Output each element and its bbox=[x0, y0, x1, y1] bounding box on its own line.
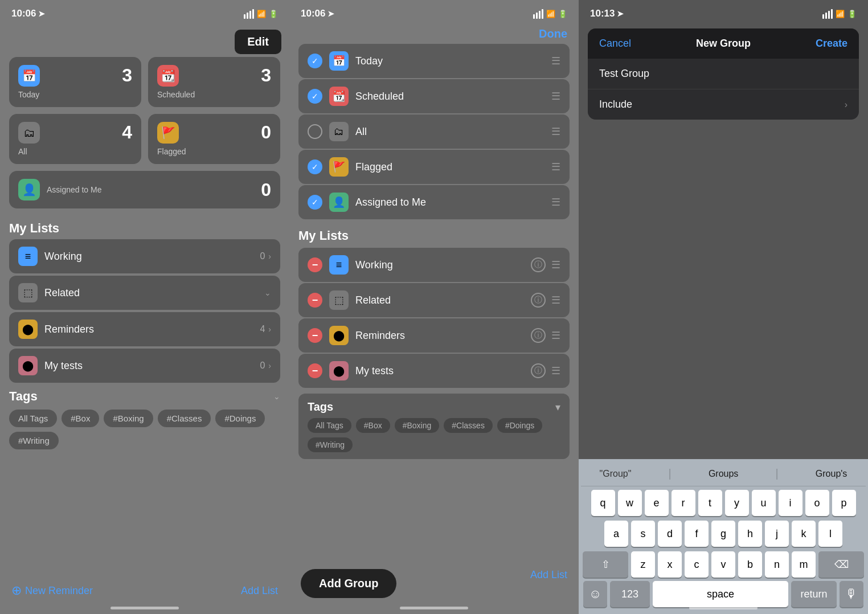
reminders-chevron: › bbox=[268, 325, 271, 334]
autocomplete-1[interactable]: Groups bbox=[709, 469, 738, 479]
key-z[interactable]: z bbox=[631, 551, 655, 578]
key-123[interactable]: 123 bbox=[610, 581, 650, 607]
key-e[interactable]: e bbox=[645, 490, 669, 516]
p2-list-working[interactable]: − ≡ Working ⓘ ☰ bbox=[298, 248, 570, 282]
tag-classes[interactable]: #Classes bbox=[158, 410, 211, 427]
minus-reminders[interactable]: − bbox=[308, 328, 322, 343]
all-label: All bbox=[18, 147, 132, 156]
p2-related-name: Related bbox=[355, 294, 531, 306]
new-reminder-button[interactable]: ⊕ New Reminder bbox=[11, 583, 93, 598]
key-w[interactable]: w bbox=[618, 490, 642, 516]
p2-tag-boxing[interactable]: #Boxing bbox=[395, 418, 440, 433]
key-k[interactable]: k bbox=[792, 521, 816, 547]
tag-all-tags[interactable]: All Tags bbox=[9, 410, 57, 427]
key-b[interactable]: b bbox=[738, 551, 762, 578]
tag-boxing[interactable]: #Boxing bbox=[104, 410, 153, 427]
list-item-related[interactable]: ⬚ Related ⌄ bbox=[9, 276, 280, 310]
key-t[interactable]: t bbox=[698, 490, 722, 516]
tags-expand-icon[interactable]: ⌄ bbox=[273, 392, 280, 401]
cancel-button[interactable]: Cancel bbox=[599, 38, 631, 50]
key-p[interactable]: p bbox=[832, 490, 856, 516]
list-item-reminders[interactable]: ⬤ Reminders 4 › bbox=[9, 312, 280, 346]
tag-writing[interactable]: #Writing bbox=[9, 432, 59, 449]
key-v[interactable]: v bbox=[711, 551, 735, 578]
p2-row-flagged[interactable]: ✓ 🚩 Flagged ☰ bbox=[298, 150, 570, 184]
p2-row-scheduled[interactable]: ✓ 📆 Scheduled ☰ bbox=[298, 79, 570, 113]
key-return[interactable]: return bbox=[791, 581, 837, 607]
p2-row-assigned[interactable]: ✓ 👤 Assigned to Me ☰ bbox=[298, 185, 570, 219]
minus-working[interactable]: − bbox=[308, 257, 322, 272]
info-working[interactable]: ⓘ bbox=[531, 257, 546, 272]
key-l[interactable]: l bbox=[818, 521, 842, 547]
key-r[interactable]: r bbox=[672, 490, 695, 516]
key-o[interactable]: o bbox=[805, 490, 829, 516]
smart-card-all[interactable]: 🗂 4 All bbox=[9, 114, 141, 164]
key-i[interactable]: i bbox=[779, 490, 803, 516]
p2-mytests-icon: ⬤ bbox=[329, 361, 349, 380]
minus-mytests[interactable]: − bbox=[308, 363, 322, 378]
key-m[interactable]: m bbox=[792, 551, 816, 578]
p2-tag-doings[interactable]: #Doings bbox=[497, 418, 542, 433]
key-s[interactable]: s bbox=[631, 521, 655, 547]
add-group-button[interactable]: Add Group bbox=[301, 569, 396, 598]
reminders-name: Reminders bbox=[44, 324, 260, 335]
assigned-card[interactable]: 👤 Assigned to Me 0 bbox=[9, 171, 280, 208]
create-button[interactable]: Create bbox=[816, 38, 847, 50]
include-row[interactable]: Include › bbox=[588, 89, 859, 120]
p2-tags-expand[interactable]: ▾ bbox=[555, 401, 560, 414]
check-assigned: ✓ bbox=[308, 195, 322, 210]
list-item-mytests[interactable]: ⬤ My tests 0 › bbox=[9, 349, 280, 383]
key-space[interactable]: space bbox=[653, 581, 788, 607]
add-list-button-1[interactable]: Add List bbox=[241, 585, 278, 597]
p2-tag-writing[interactable]: #Writing bbox=[308, 437, 353, 452]
p2-today-icon: 📅 bbox=[329, 51, 349, 71]
key-y[interactable]: y bbox=[725, 490, 749, 516]
today-count: 3 bbox=[122, 65, 132, 86]
smart-card-scheduled[interactable]: 📆 3 Scheduled bbox=[148, 57, 280, 107]
flagged-count: 0 bbox=[261, 122, 271, 143]
smart-card-flagged[interactable]: 🚩 0 Flagged bbox=[148, 114, 280, 164]
key-j[interactable]: j bbox=[765, 521, 789, 547]
p2-row-today[interactable]: ✓ 📅 Today ☰ bbox=[298, 44, 570, 78]
p2-tag-classes[interactable]: #Classes bbox=[444, 418, 493, 433]
tag-box[interactable]: #Box bbox=[62, 410, 99, 427]
p2-tag-all[interactable]: All Tags bbox=[308, 418, 351, 433]
key-x[interactable]: x bbox=[658, 551, 682, 578]
p2-list-reminders[interactable]: − ⬤ Reminders ⓘ ☰ bbox=[298, 318, 570, 353]
done-button[interactable]: Done bbox=[539, 27, 567, 40]
edit-button[interactable]: Edit bbox=[235, 30, 281, 54]
list-item-working[interactable]: ≡ Working 0 › bbox=[9, 239, 280, 273]
autocomplete-2[interactable]: Group's bbox=[816, 469, 847, 479]
p2-list-mytests[interactable]: − ⬤ My tests ⓘ ☰ bbox=[298, 354, 570, 388]
key-emoji[interactable]: ☺ bbox=[583, 581, 607, 607]
p2-list-related[interactable]: − ⬚ Related ⓘ ☰ bbox=[298, 283, 570, 317]
p2-scheduled-icon: 📆 bbox=[329, 87, 349, 106]
tag-doings[interactable]: #Doings bbox=[215, 410, 265, 427]
key-g[interactable]: g bbox=[711, 521, 735, 547]
scheduled-label: Scheduled bbox=[157, 90, 271, 99]
key-n[interactable]: n bbox=[765, 551, 789, 578]
group-name-input[interactable] bbox=[599, 68, 847, 80]
flagged-icon: 🚩 bbox=[157, 122, 179, 144]
info-reminders[interactable]: ⓘ bbox=[531, 328, 546, 343]
key-u[interactable]: u bbox=[752, 490, 776, 516]
p2-flagged-label: Flagged bbox=[355, 161, 551, 173]
autocomplete-0[interactable]: "Group" bbox=[600, 469, 632, 479]
key-c[interactable]: c bbox=[685, 551, 709, 578]
key-backspace[interactable]: ⌫ bbox=[818, 551, 864, 578]
key-a[interactable]: a bbox=[604, 521, 628, 547]
info-related[interactable]: ⓘ bbox=[531, 293, 546, 308]
p2-row-all[interactable]: 🗂 All ☰ bbox=[298, 114, 570, 149]
smart-card-today[interactable]: 📅 3 Today bbox=[9, 57, 141, 107]
home-indicator-3 bbox=[689, 607, 758, 609]
key-shift[interactable]: ⇧ bbox=[583, 551, 628, 578]
key-f[interactable]: f bbox=[685, 521, 709, 547]
key-q[interactable]: q bbox=[591, 490, 615, 516]
key-h[interactable]: h bbox=[738, 521, 762, 547]
minus-related[interactable]: − bbox=[308, 293, 322, 308]
key-dictate[interactable]: 🎙 bbox=[840, 581, 863, 607]
info-mytests[interactable]: ⓘ bbox=[531, 363, 546, 378]
p2-tag-box[interactable]: #Box bbox=[356, 418, 390, 433]
key-d[interactable]: d bbox=[658, 521, 682, 547]
add-list-button-2[interactable]: Add List bbox=[530, 569, 567, 598]
